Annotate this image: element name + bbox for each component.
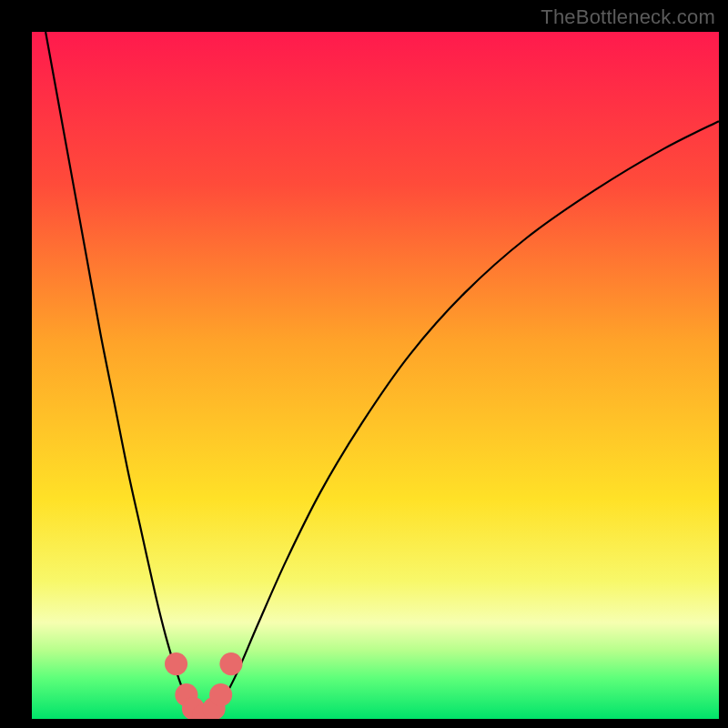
curve-marker xyxy=(219,652,242,675)
curve-marker xyxy=(209,683,232,706)
watermark-label: TheBottleneck.com xyxy=(541,5,715,29)
bottleneck-curve xyxy=(46,32,719,717)
chart-frame: TheBottleneck.com xyxy=(0,0,728,728)
curve-marker xyxy=(165,652,187,675)
plot-area xyxy=(32,32,719,719)
chart-svg xyxy=(32,32,719,719)
